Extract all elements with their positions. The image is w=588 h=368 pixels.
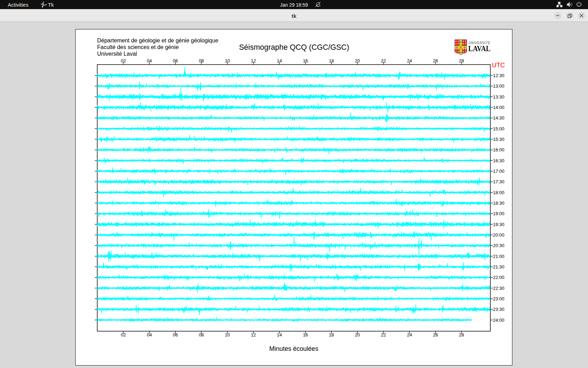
svg-text:06: 06: [173, 332, 178, 338]
svg-text:12: 12: [251, 58, 256, 63]
svg-text:19:00: 19:00: [493, 211, 505, 216]
svg-text:02: 02: [121, 332, 126, 338]
svg-text:Jan 29 18:59: Jan 29 18:59: [280, 2, 308, 8]
svg-text:04: 04: [147, 332, 152, 338]
svg-text:22: 22: [381, 332, 386, 338]
svg-text:06: 06: [173, 58, 178, 63]
svg-text:24: 24: [407, 332, 412, 338]
svg-text:12: 12: [251, 332, 256, 338]
svg-text:18:00: 18:00: [493, 190, 505, 195]
svg-text:14: 14: [277, 332, 282, 338]
svg-text:16:00: 16:00: [493, 147, 505, 152]
svg-text:17:00: 17:00: [493, 169, 505, 174]
svg-text:UTC: UTC: [492, 62, 505, 69]
svg-text:10: 10: [225, 58, 230, 63]
svg-text:17:30: 17:30: [493, 179, 505, 184]
svg-text:18:30: 18:30: [493, 200, 505, 206]
svg-text:16:30: 16:30: [493, 158, 505, 163]
svg-text:26: 26: [433, 332, 438, 338]
svg-text:16: 16: [303, 332, 308, 338]
svg-text:28: 28: [459, 332, 464, 338]
svg-text:02: 02: [121, 58, 126, 63]
svg-text:22:00: 22:00: [493, 275, 505, 280]
svg-text:15:00: 15:00: [493, 126, 505, 131]
svg-text:Activities: Activities: [8, 2, 28, 8]
svg-text:08: 08: [199, 58, 204, 63]
svg-text:24:00: 24:00: [493, 318, 505, 323]
svg-text:22: 22: [381, 58, 386, 63]
svg-text:12:30: 12:30: [493, 73, 505, 78]
svg-text:Tk: Tk: [48, 2, 54, 8]
svg-text:21:30: 21:30: [493, 264, 505, 270]
svg-text:20:30: 20:30: [493, 243, 505, 248]
svg-text:13:00: 13:00: [493, 83, 505, 89]
svg-text:28: 28: [459, 58, 464, 63]
svg-text:Département de géologie et de: Département de géologie et de génie géol…: [97, 38, 218, 43]
svg-text:20: 20: [355, 58, 360, 63]
svg-text:Université Laval: Université Laval: [97, 51, 137, 57]
svg-text:20: 20: [355, 332, 360, 338]
svg-text:20:00: 20:00: [493, 232, 505, 238]
svg-text:22:30: 22:30: [493, 286, 505, 291]
svg-text:Minutes écoulées: Minutes écoulées: [269, 345, 318, 352]
svg-text:18: 18: [329, 58, 334, 63]
svg-text:16: 16: [303, 58, 308, 63]
svg-text:24: 24: [407, 58, 412, 63]
svg-text:18: 18: [329, 332, 334, 338]
svg-text:Faculté des sciences et de gén: Faculté des sciences et de génie: [97, 44, 179, 50]
svg-text:08: 08: [199, 332, 204, 338]
svg-text:14: 14: [277, 58, 282, 63]
svg-text:13:30: 13:30: [493, 94, 505, 100]
svg-text:21:00: 21:00: [493, 254, 505, 259]
svg-text:LAVAL: LAVAL: [468, 44, 491, 53]
svg-text:23:30: 23:30: [493, 307, 505, 312]
svg-text:14:30: 14:30: [493, 115, 505, 121]
svg-text:Séismographe QCQ (CGC/GSC): Séismographe QCQ (CGC/GSC): [239, 43, 349, 52]
svg-text:14:00: 14:00: [493, 105, 505, 110]
svg-text:15:30: 15:30: [493, 137, 505, 142]
svg-text:10: 10: [225, 332, 230, 338]
svg-text:19:30: 19:30: [493, 222, 505, 227]
svg-text:23:00: 23:00: [493, 296, 505, 301]
svg-text:26: 26: [433, 58, 438, 63]
svg-text:tk: tk: [292, 13, 296, 19]
svg-text:04: 04: [147, 58, 152, 63]
